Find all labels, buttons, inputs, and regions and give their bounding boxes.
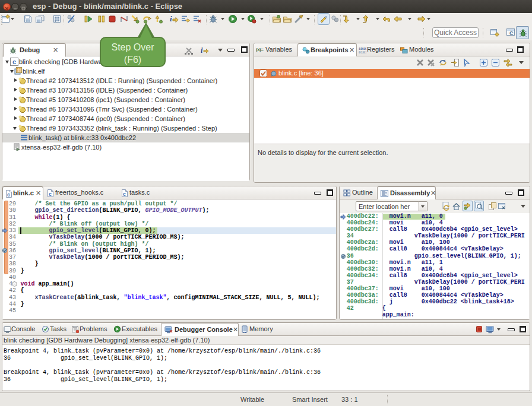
svg-text:c: c <box>123 191 126 197</box>
svg-text:0101: 0101 <box>359 50 366 53</box>
svg-text:c: c <box>7 192 10 198</box>
svg-text:i: i <box>201 46 203 55</box>
svg-text:c: c <box>12 58 16 65</box>
svg-text:i: i <box>170 14 172 23</box>
svg-text:c: c <box>49 191 52 197</box>
svg-text:C: C <box>509 30 514 36</box>
